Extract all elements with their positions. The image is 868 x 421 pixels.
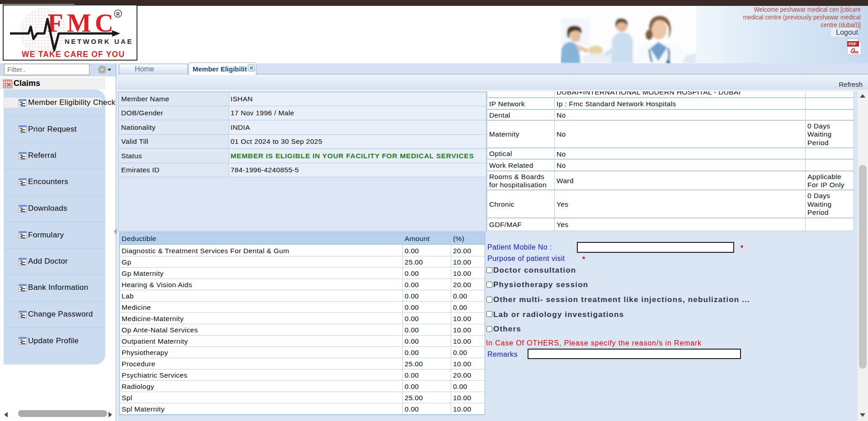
svg-text:PDF: PDF [849, 42, 857, 46]
svg-text:WE TAKE CARE OF YOU: WE TAKE CARE OF YOU [22, 50, 125, 59]
svg-text:R: R [116, 11, 120, 17]
svg-text:NETWORK UAE: NETWORK UAE [65, 38, 133, 45]
